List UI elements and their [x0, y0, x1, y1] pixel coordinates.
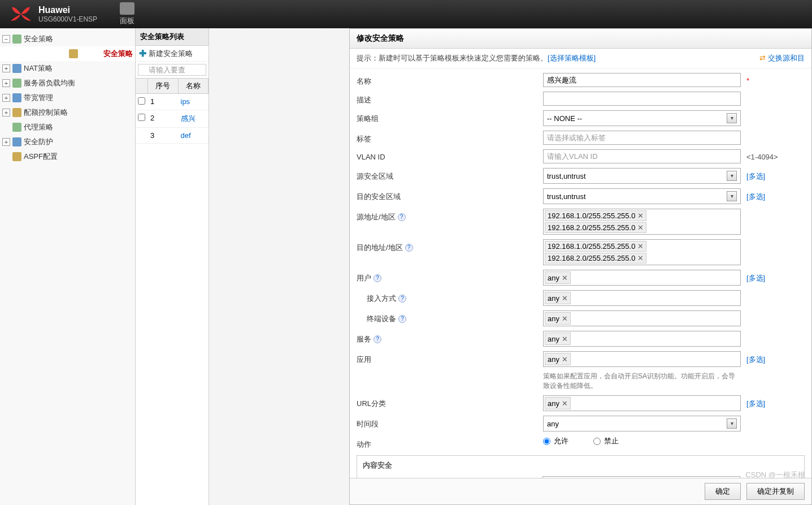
remove-tag-icon[interactable]: ✕	[562, 274, 568, 282]
vlan-input[interactable]	[543, 149, 741, 163]
device-model: USG6000V1-ENSP	[38, 15, 97, 23]
ok-button[interactable]: 确定	[705, 483, 741, 500]
tree-item-quota[interactable]: + 配额控制策略	[0, 105, 135, 120]
label-tags: 标签	[357, 131, 543, 144]
form-body: 名称 * 描述 策略组 -- NONE --▾ 标签 VLAN	[350, 68, 811, 478]
tree-item-protect[interactable]: + 安全防护	[0, 135, 135, 149]
row-checkbox[interactable]	[138, 97, 145, 105]
row-name[interactable]: def	[179, 128, 209, 143]
table-row[interactable]: 2 感兴	[136, 110, 209, 128]
table-row[interactable]: 3 def	[136, 128, 209, 144]
list-search-input[interactable]	[138, 64, 206, 76]
dialog-footer: 确定 确定并复制	[350, 478, 811, 504]
addr-tag: 192.168.1.0/255.255.255.0✕	[545, 210, 646, 221]
tree-item-proxy[interactable]: 代理策略	[0, 120, 135, 135]
tree-item-bandwidth[interactable]: + 带宽管理	[0, 90, 135, 105]
tree-item-nat[interactable]: + NAT策略	[0, 61, 135, 76]
expand-icon[interactable]: +	[2, 138, 10, 146]
ok-copy-button[interactable]: 确定并复制	[746, 483, 805, 500]
help-icon[interactable]: ?	[405, 244, 413, 252]
help-icon[interactable]: ?	[374, 335, 381, 343]
dialog-title: 修改安全策略	[350, 29, 811, 49]
remove-tag-icon[interactable]: ✕	[562, 294, 568, 303]
help-icon[interactable]: ?	[398, 295, 406, 303]
swap-src-dst-link[interactable]: 交换源和目	[759, 53, 805, 63]
brand-block: Huawei USG6000V1-ENSP	[38, 5, 97, 24]
tree-item-aspf[interactable]: ASPF配置	[0, 149, 135, 164]
label-action: 动作	[357, 436, 543, 450]
panel-icon	[120, 2, 134, 15]
remove-tag-icon[interactable]: ✕	[562, 399, 568, 408]
help-icon[interactable]: ?	[398, 315, 406, 323]
user-box[interactable]: any✕	[543, 270, 741, 286]
group-select[interactable]: -- NONE --▾	[543, 110, 741, 126]
app-box[interactable]: any✕	[543, 351, 741, 367]
expand-icon[interactable]: +	[2, 94, 10, 102]
aspf-icon	[12, 152, 21, 161]
vlan-range: <1-4094>	[746, 149, 778, 161]
src-zone-select[interactable]: trust,untrust▾	[543, 168, 741, 184]
access-box[interactable]: any✕	[543, 290, 741, 306]
remove-tag-icon[interactable]: ✕	[637, 223, 644, 232]
policy-icon	[69, 49, 78, 58]
panel-button[interactable]: 面板	[120, 2, 134, 26]
label-time: 时间段	[357, 416, 543, 429]
remove-tag-icon[interactable]: ✕	[637, 242, 644, 251]
new-policy-label: 新建安全策略	[149, 49, 193, 59]
addr-tag: 192.168.1.0/255.255.255.0✕	[545, 241, 646, 252]
multi-link[interactable]: [多选]	[746, 351, 765, 365]
label-dst-zone: 目的安全区域	[357, 188, 543, 202]
policy-list-panel: 安全策略列表 ✚ 新建安全策略 序号 名称 1 ips 2 感兴	[136, 28, 209, 505]
terminal-box[interactable]: any✕	[543, 310, 741, 326]
time-select[interactable]: any▾	[543, 416, 741, 431]
nav-tree: − 安全策略 安全策略 + NAT策略 + 服务器负载均衡 + 带宽管理 + 配…	[0, 28, 136, 505]
help-icon[interactable]: ?	[398, 213, 406, 221]
tags-input[interactable]	[543, 131, 741, 145]
row-checkbox[interactable]	[138, 114, 145, 121]
help-icon[interactable]: ?	[374, 274, 381, 282]
desc-input[interactable]	[543, 92, 741, 106]
tree-label: ASPF配置	[24, 152, 58, 162]
tree-item-sec-policy[interactable]: − 安全策略	[0, 32, 135, 46]
label-group: 策略组	[357, 110, 543, 124]
bandwidth-icon	[12, 93, 21, 102]
tree-label: 服务器负载均衡	[24, 78, 75, 88]
expand-icon[interactable]: +	[2, 79, 10, 87]
label-url: URL分类	[357, 395, 543, 409]
remove-tag-icon[interactable]: ✕	[637, 254, 644, 262]
remove-tag-icon[interactable]: ✕	[562, 335, 568, 343]
multi-link[interactable]: [多选]	[746, 270, 765, 283]
name-input[interactable]	[543, 73, 741, 87]
new-policy-button[interactable]: ✚ 新建安全策略	[136, 46, 209, 62]
remove-tag-icon[interactable]: ✕	[562, 314, 568, 323]
label-desc: 描述	[357, 92, 543, 105]
url-box[interactable]: any✕	[543, 395, 741, 411]
multi-link[interactable]: [多选]	[746, 168, 765, 182]
multi-link[interactable]: [多选]	[746, 188, 765, 202]
tree-label: NAT策略	[24, 63, 53, 74]
row-name[interactable]: ips	[179, 94, 209, 110]
remove-tag-icon[interactable]: ✕	[637, 212, 644, 220]
multi-link[interactable]: [多选]	[746, 395, 765, 409]
dst-zone-select[interactable]: trust,untrust▾	[543, 188, 741, 204]
service-box[interactable]: any✕	[543, 331, 741, 347]
collapse-icon[interactable]: −	[2, 35, 10, 43]
action-allow-radio[interactable]: 允许	[543, 436, 568, 446]
table-row[interactable]: 1 ips	[136, 94, 209, 110]
tree-item-sec-policy-child[interactable]: 安全策略	[0, 46, 135, 61]
label-app: 应用	[357, 351, 543, 365]
tip-template-link[interactable]: [选择策略模板]	[548, 53, 596, 63]
row-name[interactable]: 感兴	[179, 110, 209, 127]
label-src-addr: 源地址/地区?	[357, 209, 543, 222]
expand-icon[interactable]: +	[2, 109, 10, 116]
action-deny-radio[interactable]: 禁止	[593, 436, 619, 446]
row-seq: 2	[148, 110, 179, 127]
src-addr-box[interactable]: 192.168.1.0/255.255.255.0✕ 192.168.2.0/2…	[543, 209, 741, 235]
remove-tag-icon[interactable]: ✕	[562, 355, 568, 364]
label-dst-addr: 目的地址/地区?	[357, 239, 543, 253]
tree-label: 配额控制策略	[24, 107, 68, 118]
expand-icon[interactable]: +	[2, 64, 10, 72]
dst-addr-box[interactable]: 192.168.1.0/255.255.255.0✕ 192.168.2.0/2…	[543, 239, 741, 265]
folder-icon	[12, 34, 21, 44]
tree-item-slb[interactable]: + 服务器负载均衡	[0, 76, 135, 90]
